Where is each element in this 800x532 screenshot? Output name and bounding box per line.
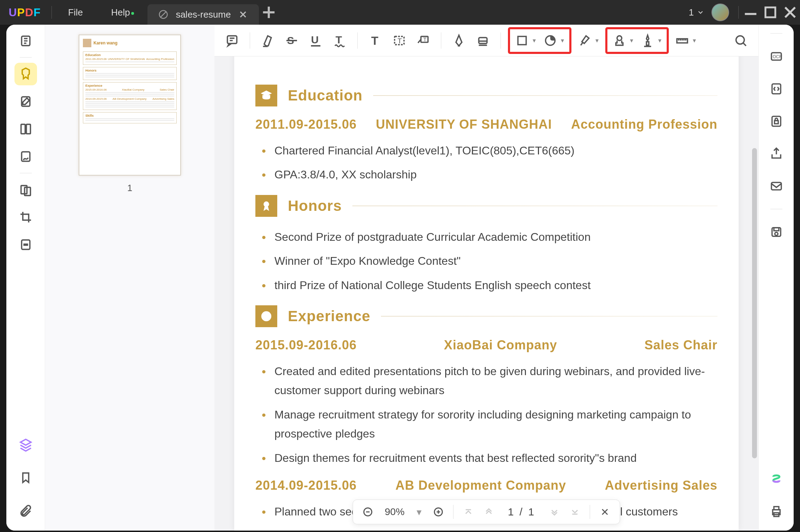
measure-tool[interactable]: ▾ — [672, 30, 700, 51]
crop-button[interactable] — [14, 206, 37, 228]
job1-row: 2015.09-2016.06 XiaoBai Company Sales Ch… — [255, 338, 717, 353]
search-button[interactable] — [730, 30, 751, 51]
svg-rect-4 — [21, 124, 25, 134]
svg-text:T: T — [371, 34, 378, 47]
chevron-down-icon: ▾ — [630, 37, 637, 44]
sign-mode-button[interactable] — [14, 145, 37, 168]
svg-text:U: U — [311, 34, 319, 45]
stamp-tool[interactable]: ▾ — [574, 30, 602, 51]
vertical-scrollbar[interactable] — [752, 148, 757, 458]
maximize-button[interactable] — [760, 2, 780, 22]
close-tab-icon[interactable] — [238, 9, 248, 20]
prev-page-button[interactable] — [480, 503, 497, 520]
page-indicator[interactable]: 1 / 1 — [501, 506, 543, 518]
menu-help-label: Help — [111, 7, 130, 18]
user-avatar[interactable] — [711, 4, 729, 21]
experience-icon — [255, 305, 277, 327]
bullet: Design themes for recruitment events tha… — [259, 448, 717, 467]
menu-file[interactable]: File — [54, 7, 97, 18]
section-title: Experience — [288, 308, 370, 325]
zoom-out-button[interactable] — [359, 503, 376, 520]
sticker-tool[interactable]: ▾ — [540, 30, 568, 51]
separator — [357, 32, 358, 49]
layers-button[interactable] — [14, 433, 37, 456]
squiggly-tool[interactable]: T — [329, 30, 350, 51]
zoom-in-button[interactable] — [430, 503, 447, 520]
underline-tool[interactable]: U — [305, 30, 326, 51]
protect-button[interactable] — [766, 111, 786, 131]
strikethrough-tool[interactable]: S — [281, 30, 302, 51]
svg-point-23 — [617, 36, 622, 40]
textbox-tool[interactable]: T — [389, 30, 410, 51]
email-button[interactable] — [766, 176, 786, 196]
notification-dot — [131, 12, 134, 15]
workspace: Karen wang Education2011.09-2015.06UNIVE… — [6, 25, 794, 531]
job-role: Sales Chair — [644, 338, 717, 353]
job-company: XiaoBai Company — [444, 338, 557, 353]
comment-mode-button[interactable] — [14, 63, 37, 85]
total-pages: 1 — [528, 506, 536, 518]
svg-text:OCR: OCR — [772, 54, 782, 59]
next-page-button[interactable] — [546, 503, 563, 520]
svg-point-25 — [736, 36, 744, 44]
first-page-button[interactable] — [460, 503, 477, 520]
svg-rect-6 — [22, 152, 30, 161]
svg-point-26 — [263, 201, 269, 207]
eraser-tool[interactable] — [472, 30, 493, 51]
new-tab-button[interactable] — [259, 2, 279, 22]
ocr-button[interactable]: OCR — [766, 47, 786, 66]
svg-rect-1 — [765, 7, 775, 17]
thumbnail-panel: Karen wang Education2011.09-2015.06UNIVE… — [45, 25, 214, 531]
separator — [20, 57, 32, 58]
callout-tool[interactable]: T — [413, 30, 434, 51]
page-thumbnail[interactable]: Karen wang Education2011.09-2015.06UNIVE… — [79, 35, 181, 176]
highlighted-signature-group: ▾ ▾ — [605, 27, 669, 54]
share-button[interactable] — [766, 144, 786, 164]
edit-mode-button[interactable] — [14, 90, 37, 113]
status-bar: 90%▾ 1 / 1 — [353, 500, 620, 524]
close-button[interactable] — [780, 2, 800, 22]
close-statusbar-button[interactable] — [596, 503, 613, 520]
bullet: Second Prize of postgraduate Curricular … — [259, 227, 717, 246]
document-canvas[interactable]: Education 2011.09-2015.06 UNIVERSITY OF … — [214, 56, 758, 531]
highlight-tool[interactable] — [257, 30, 278, 51]
stamp-button[interactable]: ▾ — [609, 30, 637, 51]
bookmarks-button[interactable] — [14, 466, 37, 489]
job1-bullets: Created and edited presentations pitch t… — [255, 362, 717, 467]
zoom-select[interactable]: 90%▾ — [380, 506, 426, 518]
section-honors: Honors — [255, 195, 717, 217]
pencil-tool[interactable] — [448, 30, 469, 51]
job2-row: 2014.09-2015.06 AB Development Company A… — [255, 478, 717, 493]
organize-pages-button[interactable] — [14, 118, 37, 140]
print-button[interactable] — [766, 502, 786, 521]
convert-button[interactable] — [766, 79, 786, 99]
bullet: Chartered Financial Analyst(level1), TOE… — [259, 141, 717, 160]
education-row: 2011.09-2015.06 UNIVERSITY OF SHANGHAI A… — [255, 117, 717, 132]
svg-point-39 — [775, 232, 778, 236]
menu-help[interactable]: Help — [97, 7, 144, 18]
save-button[interactable] — [766, 222, 786, 242]
svg-rect-5 — [26, 124, 30, 134]
job-date: 2015.09-2016.06 — [255, 338, 357, 353]
rectangle-tool[interactable]: ▾ — [511, 30, 540, 51]
form-mode-button[interactable] — [14, 178, 37, 201]
job-role: Advertising Sales — [605, 478, 717, 493]
text-tool[interactable]: T — [365, 30, 386, 51]
minimize-button[interactable] — [741, 2, 760, 22]
signature-button[interactable]: ▾ — [637, 30, 665, 51]
separator — [770, 33, 782, 34]
last-page-button[interactable] — [566, 503, 583, 520]
separator — [20, 173, 32, 173]
document-tab[interactable]: sales-resume — [147, 4, 259, 25]
svg-rect-21 — [518, 36, 526, 44]
note-tool[interactable] — [222, 30, 243, 51]
svg-rect-38 — [774, 228, 779, 231]
redact-button[interactable] — [14, 233, 37, 256]
reader-mode-button[interactable] — [14, 30, 37, 52]
tab-count[interactable]: 1 — [689, 2, 704, 22]
center-panel: S U T T T T ▾ ▾ ▾ ▾ ▾ ▾ — [214, 25, 758, 531]
current-page: 1 — [508, 506, 515, 518]
separator — [738, 6, 739, 19]
ai-assistant-button[interactable] — [766, 470, 786, 490]
attachments-button[interactable] — [14, 500, 37, 522]
